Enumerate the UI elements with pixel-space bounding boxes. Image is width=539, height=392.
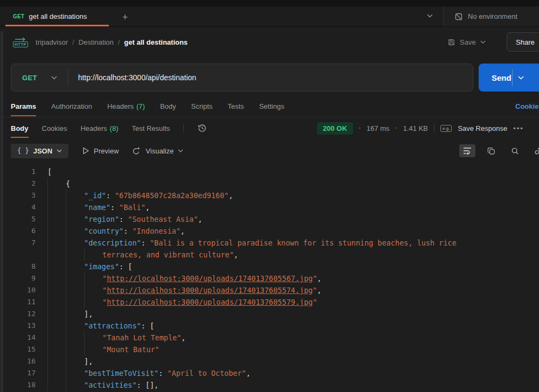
indent-guide xyxy=(66,355,84,367)
status-badge[interactable]: 200 OK xyxy=(317,122,353,135)
response-size[interactable]: 1.41 KB xyxy=(403,124,428,132)
indent-guide xyxy=(66,367,84,379)
method-dropdown[interactable]: GET xyxy=(11,74,68,82)
indent-guide xyxy=(47,367,66,379)
save-button[interactable]: Save xyxy=(447,27,486,57)
code-line: terraces, and vibrant culture", xyxy=(0,249,539,261)
response-time[interactable]: 167 ms xyxy=(367,124,390,132)
breadcrumb: HTTP tripadvisor / Destination / get all… xyxy=(0,27,539,57)
indent-guide xyxy=(66,190,84,201)
tab-count: (8) xyxy=(110,124,119,132)
response-tab-test-results[interactable]: Test Results xyxy=(132,117,170,139)
response-tab-body[interactable]: Body xyxy=(11,117,29,139)
json-token: " xyxy=(102,284,107,296)
indent-guide xyxy=(47,249,66,261)
tab-headers[interactable]: Headers (7) xyxy=(107,96,145,117)
send-button[interactable]: Send xyxy=(479,64,539,92)
line-number: 17 xyxy=(0,367,36,379)
tab-params[interactable]: Params xyxy=(11,96,36,117)
copy-icon[interactable] xyxy=(483,144,499,157)
code-line: 6"country": "Indonesia", xyxy=(0,225,539,237)
indent-guide xyxy=(47,225,66,237)
cookies-link[interactable]: Cookies xyxy=(515,102,539,110)
tab-label: Params xyxy=(11,102,36,110)
indent-guide xyxy=(47,201,66,213)
json-token: "bestTimeToVisit" xyxy=(84,367,158,379)
json-token: "April to October" xyxy=(167,367,246,379)
more-options-icon[interactable]: ••• xyxy=(513,124,524,132)
format-label: JSON xyxy=(33,147,52,155)
save-label: Save xyxy=(460,38,476,46)
response-meta: 200 OK • 167 ms • 1.41 KB e.g. Save Resp… xyxy=(317,117,524,139)
indent-guide xyxy=(66,296,84,308)
code-line: 2{ xyxy=(0,178,539,190)
meta-dot: • xyxy=(396,125,397,131)
preview-play-icon xyxy=(82,147,89,155)
url-input-container: GET http://localhost:3000/api/destinatio… xyxy=(11,64,473,92)
tab-authorization[interactable]: Authorization xyxy=(51,96,92,117)
preview-button[interactable]: Preview xyxy=(82,147,119,155)
meta-dot: • xyxy=(359,125,361,131)
open-request-tab[interactable]: GET get all destinations xyxy=(5,6,109,26)
breadcrumb-collection[interactable]: Destination xyxy=(79,38,114,46)
tab-settings[interactable]: Settings xyxy=(259,96,285,117)
format-chevron-icon xyxy=(57,149,62,152)
response-viewer-toolbar: { } JSON Preview Visualize xyxy=(0,139,539,163)
indent-guide xyxy=(47,284,66,296)
new-tab-button[interactable]: + xyxy=(119,11,132,24)
json-url-link[interactable]: http://localhost:3000/uploads/1740137605… xyxy=(107,296,313,308)
breadcrumb-separator: / xyxy=(72,38,74,46)
format-dropdown[interactable]: { } JSON xyxy=(11,144,68,158)
indent-guide xyxy=(66,237,84,249)
breadcrumb-request-name[interactable]: get all destinations xyxy=(124,38,188,46)
share-button[interactable]: Share xyxy=(507,32,539,52)
send-chevron-icon[interactable] xyxy=(513,76,524,80)
json-token: " xyxy=(102,296,107,308)
tab-body[interactable]: Body xyxy=(160,96,176,117)
json-token: terraces, and vibrant culture" xyxy=(102,249,234,261)
environment-selector[interactable]: No environment xyxy=(444,6,539,26)
json-token: , xyxy=(317,284,321,296)
json-token: "name" xyxy=(84,201,110,213)
indent-guide xyxy=(66,379,84,391)
json-token: : xyxy=(158,367,167,379)
code-line: 5"region": "Southeast Asia", xyxy=(0,213,539,225)
tab-tests[interactable]: Tests xyxy=(227,96,244,117)
breadcrumb-workspace[interactable]: tripadvisor xyxy=(36,38,68,46)
json-token: [ xyxy=(47,166,52,178)
visualize-button[interactable]: Visualize xyxy=(133,146,183,155)
json-token: : xyxy=(141,320,150,332)
postman-window: GET get all destinations + No environmen… xyxy=(0,0,539,392)
save-icon xyxy=(447,38,455,46)
tab-count: (7) xyxy=(136,102,145,110)
history-icon[interactable] xyxy=(197,123,207,133)
json-url-link[interactable]: http://localhost:3000/uploads/1740137605… xyxy=(107,272,313,284)
wrap-text-icon[interactable] xyxy=(459,144,475,157)
json-token: , xyxy=(246,367,251,379)
json-token: "_id" xyxy=(84,190,106,201)
response-tab-cookies[interactable]: Cookies xyxy=(42,117,67,139)
send-label: Send xyxy=(479,73,512,82)
indent-guide xyxy=(47,190,66,201)
json-token: ], xyxy=(84,308,93,320)
json-token: "description" xyxy=(84,237,141,249)
response-body-json[interactable]: 1[2{3"_id": "67b8648507c28a2a30ed9160",4… xyxy=(0,163,539,392)
indent-guide xyxy=(84,284,102,296)
json-token: "Tanah Lot Temple" xyxy=(102,332,181,344)
breadcrumb-separator: / xyxy=(118,38,120,46)
tab-options-chevron-icon[interactable] xyxy=(427,14,433,18)
indent-guide xyxy=(66,272,84,284)
line-number: 5 xyxy=(0,213,36,225)
indent-guide xyxy=(84,332,102,344)
link-icon[interactable] xyxy=(530,144,539,157)
tab-label: Headers xyxy=(107,102,134,110)
url-input[interactable]: http://localhost:3000/api/destination xyxy=(68,73,197,82)
json-url-link[interactable]: http://localhost:3000/uploads/1740137605… xyxy=(107,284,313,296)
response-tab-headers[interactable]: Headers (8) xyxy=(80,117,118,139)
indent-guide xyxy=(47,308,66,320)
tab-scripts[interactable]: Scripts xyxy=(191,96,213,117)
save-response-button[interactable]: Save Response xyxy=(458,124,507,132)
search-icon[interactable] xyxy=(507,144,523,157)
code-line: 1[ xyxy=(0,166,539,178)
line-number: 6 xyxy=(0,225,36,237)
